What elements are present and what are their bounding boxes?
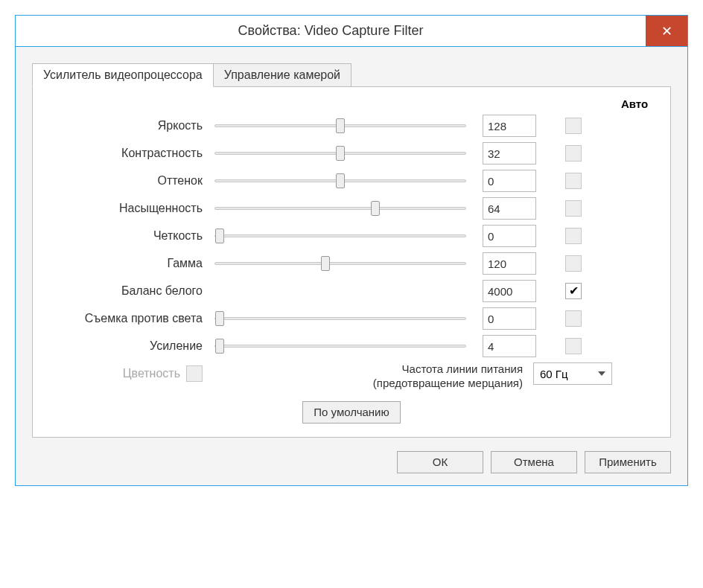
chevron-down-icon (598, 371, 605, 376)
backlight-label: Съемка против света (46, 312, 210, 325)
sharpness-label: Четкость (46, 229, 210, 243)
slider-thumb[interactable] (215, 311, 224, 326)
apply-button-label: Применить (599, 456, 657, 468)
titlebar-inner: Свойства: Video Capture Filter (16, 16, 646, 46)
hue-slider[interactable] (210, 171, 471, 191)
hue-label: Оттенок (46, 174, 210, 188)
control-row-contrast: Контрастность (46, 142, 657, 164)
ok-button-label: ОК (433, 456, 448, 468)
brightness-value-input[interactable] (483, 115, 536, 137)
auto-column-header: Авто (612, 98, 657, 110)
cancel-button-label: Отмена (514, 456, 554, 468)
bottom-controls-row: Цветность Частота линии питания (предотв… (46, 362, 657, 391)
wb-auto-checkbox[interactable]: ✔ (565, 283, 582, 299)
control-row-hue: Оттенок (46, 170, 657, 192)
titlebar: Свойства: Video Capture Filter ✕ (16, 16, 687, 47)
saturation-label: Насыщенность (46, 202, 210, 215)
backlight-value-input[interactable] (483, 307, 536, 330)
control-row-wb: Баланс белого✔ (46, 280, 657, 302)
slider-thumb[interactable] (371, 201, 380, 216)
slider-thumb[interactable] (215, 229, 224, 243)
control-row-backlight: Съемка против света (46, 307, 657, 330)
gamma-value-input[interactable] (483, 252, 536, 275)
gain-slider[interactable] (210, 336, 471, 356)
slider-track (214, 207, 466, 210)
ok-button[interactable]: ОК (397, 451, 483, 473)
saturation-slider[interactable] (210, 199, 471, 218)
tab-video-proc-amp[interactable]: Усилитель видеопроцессора (32, 63, 214, 87)
tabstrip: Усилитель видеопроцессора Управление кам… (32, 63, 671, 87)
control-row-saturation: Насыщенность (46, 197, 657, 220)
wb-slider (210, 281, 471, 301)
slider-track (214, 345, 466, 348)
color-enable-label: Цветность (123, 367, 186, 380)
brightness-label: Яркость (46, 119, 210, 132)
dialog-buttons: ОК Отмена Применить (32, 451, 671, 473)
close-icon: ✕ (661, 23, 672, 39)
apply-button[interactable]: Применить (585, 451, 671, 473)
slider-track (214, 262, 466, 265)
slider-thumb[interactable] (215, 339, 224, 354)
gain-value-input[interactable] (483, 335, 536, 357)
tab-label: Усилитель видеопроцессора (43, 68, 203, 81)
wb-label: Баланс белого (46, 284, 210, 298)
backlight-slider[interactable] (210, 309, 471, 328)
slider-track (214, 317, 466, 320)
saturation-auto-checkbox (565, 200, 582, 217)
gamma-auto-checkbox (565, 255, 582, 272)
sharpness-value-input[interactable] (483, 225, 536, 247)
slider-thumb[interactable] (336, 146, 345, 161)
powerline-freq-select[interactable]: 60 Гц (533, 362, 612, 385)
control-row-brightness: Яркость (46, 115, 657, 137)
defaults-button[interactable]: По умолчанию (302, 401, 400, 424)
cancel-button[interactable]: Отмена (491, 451, 577, 473)
defaults-button-label: По умолчанию (314, 406, 389, 418)
contrast-value-input[interactable] (483, 142, 536, 164)
slider-thumb[interactable] (321, 256, 330, 271)
slider-thumb[interactable] (336, 118, 345, 133)
tab-panel-video-proc-amp: Авто ЯркостьКонтрастностьОттенокНасыщенн… (32, 86, 671, 438)
control-row-gain: Усиление (46, 335, 657, 357)
close-button[interactable]: ✕ (646, 16, 687, 46)
saturation-value-input[interactable] (483, 197, 536, 220)
backlight-auto-checkbox (565, 310, 582, 327)
wb-value-input[interactable] (483, 280, 536, 302)
dialog-body: Усилитель видеопроцессора Управление кам… (16, 47, 687, 485)
column-headers: Авто (46, 98, 657, 110)
tab-camera-control[interactable]: Управление камерой (213, 63, 352, 87)
window-title: Свойства: Video Capture Filter (238, 23, 424, 39)
gain-auto-checkbox (565, 338, 582, 354)
contrast-slider[interactable] (210, 144, 471, 163)
hue-auto-checkbox (565, 173, 582, 189)
properties-window: Свойства: Video Capture Filter ✕ Усилите… (15, 15, 688, 486)
color-enable-checkbox (186, 365, 203, 382)
powerline-freq-label: Частота линии питания (предотвращение ме… (356, 362, 533, 391)
tab-label: Управление камерой (224, 68, 340, 81)
control-row-gamma: Гамма (46, 252, 657, 275)
hue-value-input[interactable] (483, 170, 536, 192)
contrast-auto-checkbox (565, 145, 582, 162)
contrast-label: Контрастность (46, 147, 210, 160)
gain-label: Усиление (46, 339, 210, 353)
slider-thumb[interactable] (336, 173, 345, 188)
control-row-sharpness: Четкость (46, 225, 657, 247)
gamma-slider[interactable] (210, 254, 471, 273)
sharpness-slider[interactable] (210, 226, 471, 246)
slider-track (214, 234, 466, 237)
gamma-label: Гамма (46, 257, 210, 270)
sharpness-auto-checkbox (565, 228, 582, 244)
powerline-freq-value: 60 Гц (540, 368, 568, 380)
brightness-auto-checkbox (565, 118, 582, 134)
brightness-slider[interactable] (210, 116, 471, 135)
